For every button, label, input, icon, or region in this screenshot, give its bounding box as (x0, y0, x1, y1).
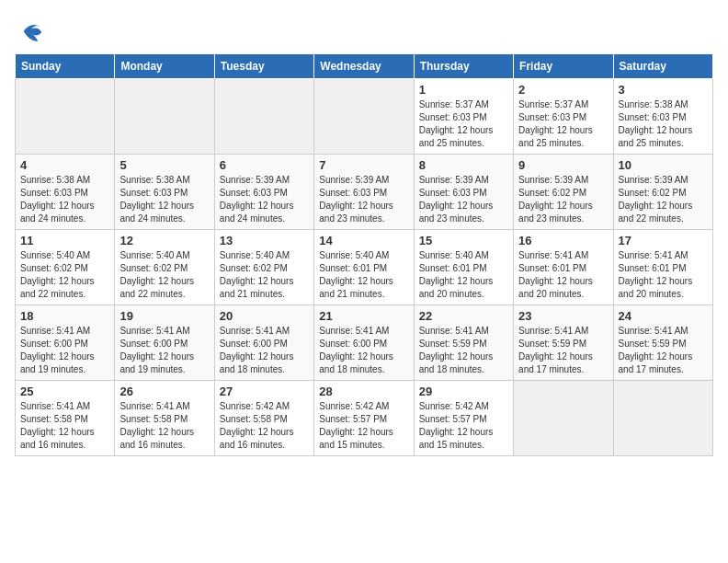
weekday-header-tuesday: Tuesday (214, 54, 313, 79)
day-number: 8 (419, 158, 508, 172)
weekday-header-thursday: Thursday (414, 54, 513, 79)
logo-icon (18, 18, 44, 44)
calendar-cell: 10Sunrise: 5:39 AM Sunset: 6:02 PM Dayli… (613, 155, 712, 230)
calendar-cell: 3Sunrise: 5:38 AM Sunset: 6:03 PM Daylig… (613, 79, 712, 155)
calendar-cell (115, 79, 214, 155)
calendar-cell: 26Sunrise: 5:41 AM Sunset: 5:58 PM Dayli… (115, 381, 214, 456)
day-info: Sunrise: 5:41 AM Sunset: 6:00 PM Dayligh… (119, 325, 209, 376)
day-number: 3 (619, 83, 708, 97)
calendar-cell: 11Sunrise: 5:40 AM Sunset: 6:02 PM Dayli… (16, 230, 115, 305)
day-info: Sunrise: 5:41 AM Sunset: 5:58 PM Dayligh… (20, 400, 109, 452)
week-row-2: 4Sunrise: 5:38 AM Sunset: 6:03 PM Daylig… (16, 155, 713, 230)
day-info: Sunrise: 5:38 AM Sunset: 6:03 PM Dayligh… (619, 98, 708, 150)
calendar-cell: 18Sunrise: 5:41 AM Sunset: 6:00 PM Dayli… (16, 305, 115, 381)
day-info: Sunrise: 5:39 AM Sunset: 6:02 PM Dayligh… (619, 174, 708, 225)
day-info: Sunrise: 5:39 AM Sunset: 6:03 PM Dayligh… (220, 174, 309, 225)
day-info: Sunrise: 5:42 AM Sunset: 5:57 PM Dayligh… (419, 400, 508, 452)
day-number: 28 (319, 385, 408, 398)
day-info: Sunrise: 5:41 AM Sunset: 5:59 PM Dayligh… (518, 325, 608, 376)
calendar-cell: 23Sunrise: 5:41 AM Sunset: 5:59 PM Dayli… (514, 305, 613, 381)
day-info: Sunrise: 5:41 AM Sunset: 6:00 PM Dayligh… (220, 325, 309, 376)
calendar-cell (613, 381, 712, 456)
weekday-header-sunday: Sunday (16, 54, 115, 79)
day-info: Sunrise: 5:41 AM Sunset: 6:01 PM Dayligh… (518, 249, 608, 301)
day-info: Sunrise: 5:37 AM Sunset: 6:03 PM Dayligh… (419, 98, 508, 150)
calendar-cell: 7Sunrise: 5:39 AM Sunset: 6:03 PM Daylig… (314, 155, 414, 230)
calendar-cell: 19Sunrise: 5:41 AM Sunset: 6:00 PM Dayli… (115, 305, 214, 381)
day-info: Sunrise: 5:38 AM Sunset: 6:03 PM Dayligh… (119, 174, 209, 225)
day-info: Sunrise: 5:39 AM Sunset: 6:03 PM Dayligh… (419, 174, 508, 225)
calendar-cell (16, 79, 115, 155)
week-row-3: 11Sunrise: 5:40 AM Sunset: 6:02 PM Dayli… (16, 230, 713, 305)
calendar-cell: 15Sunrise: 5:40 AM Sunset: 6:01 PM Dayli… (414, 230, 513, 305)
day-number: 19 (119, 309, 209, 323)
day-number: 27 (220, 385, 309, 398)
calendar-cell: 20Sunrise: 5:41 AM Sunset: 6:00 PM Dayli… (214, 305, 313, 381)
day-number: 26 (119, 385, 209, 398)
day-info: Sunrise: 5:41 AM Sunset: 6:00 PM Dayligh… (319, 325, 408, 376)
day-number: 15 (419, 234, 508, 247)
day-number: 24 (619, 309, 708, 323)
calendar-cell: 2Sunrise: 5:37 AM Sunset: 6:03 PM Daylig… (514, 79, 613, 155)
day-number: 17 (619, 234, 708, 247)
day-info: Sunrise: 5:40 AM Sunset: 6:02 PM Dayligh… (220, 249, 309, 301)
calendar-cell: 22Sunrise: 5:41 AM Sunset: 5:59 PM Dayli… (414, 305, 513, 381)
day-number: 14 (319, 234, 408, 247)
weekday-header-monday: Monday (115, 54, 214, 79)
day-number: 6 (220, 158, 309, 172)
calendar-cell: 6Sunrise: 5:39 AM Sunset: 6:03 PM Daylig… (214, 155, 313, 230)
logo (15, 18, 44, 44)
week-row-1: 1Sunrise: 5:37 AM Sunset: 6:03 PM Daylig… (16, 79, 713, 155)
day-number: 21 (319, 309, 408, 323)
day-info: Sunrise: 5:38 AM Sunset: 6:03 PM Dayligh… (20, 174, 109, 225)
day-info: Sunrise: 5:41 AM Sunset: 5:59 PM Dayligh… (619, 325, 708, 376)
weekday-header-row: SundayMondayTuesdayWednesdayThursdayFrid… (16, 54, 713, 79)
day-number: 18 (20, 309, 109, 323)
day-info: Sunrise: 5:41 AM Sunset: 5:59 PM Dayligh… (419, 325, 508, 376)
day-number: 13 (220, 234, 309, 247)
calendar-cell: 1Sunrise: 5:37 AM Sunset: 6:03 PM Daylig… (414, 79, 513, 155)
calendar-cell (314, 79, 414, 155)
day-info: Sunrise: 5:41 AM Sunset: 5:58 PM Dayligh… (119, 400, 209, 452)
day-number: 23 (518, 309, 608, 323)
calendar-cell: 4Sunrise: 5:38 AM Sunset: 6:03 PM Daylig… (16, 155, 115, 230)
calendar-cell: 29Sunrise: 5:42 AM Sunset: 5:57 PM Dayli… (414, 381, 513, 456)
weekday-header-saturday: Saturday (613, 54, 712, 79)
calendar-cell: 12Sunrise: 5:40 AM Sunset: 6:02 PM Dayli… (115, 230, 214, 305)
day-number: 11 (20, 234, 109, 247)
day-info: Sunrise: 5:41 AM Sunset: 6:00 PM Dayligh… (20, 325, 109, 376)
day-info: Sunrise: 5:42 AM Sunset: 5:57 PM Dayligh… (319, 400, 408, 452)
calendar-cell: 9Sunrise: 5:39 AM Sunset: 6:02 PM Daylig… (514, 155, 613, 230)
week-row-4: 18Sunrise: 5:41 AM Sunset: 6:00 PM Dayli… (16, 305, 713, 381)
day-info: Sunrise: 5:42 AM Sunset: 5:58 PM Dayligh… (220, 400, 309, 452)
day-info: Sunrise: 5:40 AM Sunset: 6:01 PM Dayligh… (419, 249, 508, 301)
calendar-cell: 21Sunrise: 5:41 AM Sunset: 6:00 PM Dayli… (314, 305, 414, 381)
day-info: Sunrise: 5:39 AM Sunset: 6:03 PM Dayligh… (319, 174, 408, 225)
day-number: 7 (319, 158, 408, 172)
day-number: 20 (220, 309, 309, 323)
calendar-cell: 24Sunrise: 5:41 AM Sunset: 5:59 PM Dayli… (613, 305, 712, 381)
day-number: 10 (619, 158, 708, 172)
day-number: 25 (20, 385, 109, 398)
calendar-cell: 14Sunrise: 5:40 AM Sunset: 6:01 PM Dayli… (314, 230, 414, 305)
calendar: SundayMondayTuesdayWednesdayThursdayFrid… (15, 53, 713, 456)
day-number: 12 (119, 234, 209, 247)
day-info: Sunrise: 5:40 AM Sunset: 6:02 PM Dayligh… (119, 249, 209, 301)
day-info: Sunrise: 5:40 AM Sunset: 6:01 PM Dayligh… (319, 249, 408, 301)
day-number: 22 (419, 309, 508, 323)
calendar-cell: 13Sunrise: 5:40 AM Sunset: 6:02 PM Dayli… (214, 230, 313, 305)
calendar-cell (214, 79, 313, 155)
day-number: 9 (518, 158, 608, 172)
weekday-header-friday: Friday (514, 54, 613, 79)
day-number: 5 (119, 158, 209, 172)
day-info: Sunrise: 5:40 AM Sunset: 6:02 PM Dayligh… (20, 249, 109, 301)
day-number: 2 (518, 83, 608, 97)
header (15, 15, 713, 44)
day-number: 4 (20, 158, 109, 172)
day-info: Sunrise: 5:39 AM Sunset: 6:02 PM Dayligh… (518, 174, 608, 225)
day-number: 16 (518, 234, 608, 247)
calendar-cell: 17Sunrise: 5:41 AM Sunset: 6:01 PM Dayli… (613, 230, 712, 305)
calendar-cell: 28Sunrise: 5:42 AM Sunset: 5:57 PM Dayli… (314, 381, 414, 456)
day-info: Sunrise: 5:37 AM Sunset: 6:03 PM Dayligh… (518, 98, 608, 150)
day-number: 29 (419, 385, 508, 398)
